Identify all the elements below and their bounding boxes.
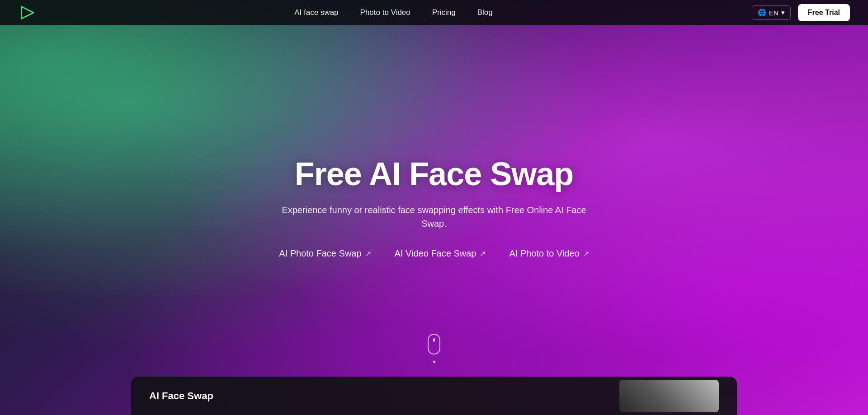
thumb-inner — [619, 380, 719, 412]
hero-content: Free AI Face Swap Experience funny or re… — [279, 156, 589, 258]
nav-photo-to-video[interactable]: Photo to Video — [360, 8, 410, 17]
navbar-right: 🌐 EN ▾ Free Trial — [752, 4, 850, 21]
ai-video-face-swap-link[interactable]: AI Video Face Swap ↗ — [395, 248, 486, 259]
lang-label: EN — [769, 9, 778, 17]
free-trial-button[interactable]: Free Trial — [798, 4, 850, 21]
mouse-icon — [428, 334, 440, 354]
svg-marker-0 — [22, 7, 34, 19]
navbar-center: AI face swap Photo to Video Pricing Blog — [294, 8, 493, 17]
ai-photo-face-swap-label: AI Photo Face Swap — [279, 248, 361, 259]
globe-icon: 🌐 — [758, 9, 766, 17]
bottom-card-thumbnail — [619, 380, 719, 412]
arrow-icon-ptv: ↗ — [583, 249, 589, 258]
hero-section: Free AI Face Swap Experience funny or re… — [0, 0, 868, 415]
logo-icon[interactable] — [18, 4, 35, 21]
ai-photo-to-video-label: AI Photo to Video — [509, 248, 579, 259]
chevron-down-icon: ▾ — [781, 9, 785, 17]
mouse-dot — [433, 338, 435, 342]
hero-links: AI Photo Face Swap ↗ AI Video Face Swap … — [279, 248, 589, 259]
bottom-card-title: AI Face Swap — [149, 390, 213, 402]
navbar: AI face swap Photo to Video Pricing Blog… — [0, 0, 868, 25]
ai-video-face-swap-label: AI Video Face Swap — [395, 248, 476, 259]
scroll-chevron-icon: ▾ — [433, 358, 436, 365]
ai-photo-to-video-link[interactable]: AI Photo to Video ↗ — [509, 248, 589, 259]
hero-subtitle: Experience funny or realistic face swapp… — [280, 203, 588, 230]
nav-blog[interactable]: Blog — [477, 8, 493, 17]
arrow-icon-photo: ↗ — [365, 249, 371, 258]
bottom-card: AI Face Swap — [131, 377, 737, 415]
nav-pricing[interactable]: Pricing — [432, 8, 456, 17]
arrow-icon-video: ↗ — [480, 249, 486, 258]
scroll-indicator: ▾ — [428, 334, 440, 365]
nav-ai-face-swap[interactable]: AI face swap — [294, 8, 338, 17]
hero-title: Free AI Face Swap — [295, 156, 574, 192]
language-selector[interactable]: 🌐 EN ▾ — [752, 5, 791, 20]
navbar-left — [18, 4, 35, 21]
ai-photo-face-swap-link[interactable]: AI Photo Face Swap ↗ — [279, 248, 371, 259]
